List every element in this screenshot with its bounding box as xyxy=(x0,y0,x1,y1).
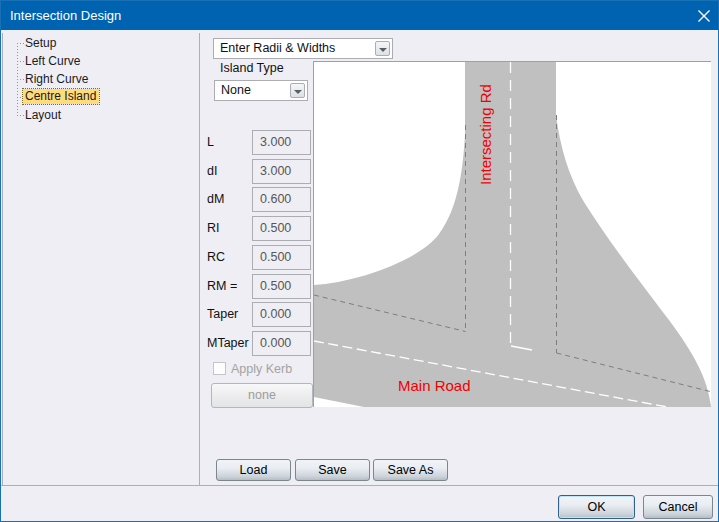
save-button[interactable]: Save xyxy=(295,459,370,481)
mode-dropdown[interactable]: Enter Radii & Widths xyxy=(213,38,393,59)
field-ri[interactable]: 0.500 xyxy=(252,216,311,241)
field-rc[interactable]: 0.500 xyxy=(252,245,311,270)
ok-button[interactable]: OK xyxy=(558,495,635,519)
chevron-down-icon xyxy=(379,48,387,52)
field-label-l: L xyxy=(207,130,214,155)
sidebar-item-layout[interactable]: Layout xyxy=(25,108,61,122)
chevron-down-icon xyxy=(294,90,302,94)
island-type-value: None xyxy=(221,81,251,100)
field-label-dm: dM xyxy=(207,187,224,212)
sidebar-item-right-curve[interactable]: Right Curve xyxy=(25,72,88,86)
sidebar-item-centre-island[interactable]: Centre Island xyxy=(23,89,99,104)
load-button[interactable]: Load xyxy=(216,459,291,481)
tree-connector-stub xyxy=(17,79,25,80)
dropdown-button[interactable] xyxy=(375,41,390,56)
intersection-design-dialog: Intersection Design Setup Left Curve Rig… xyxy=(0,0,719,522)
apply-kerb-label: Apply Kerb xyxy=(231,362,292,376)
intersecting-road-label: Intersecting Rd xyxy=(477,84,494,185)
field-label-rm: RM = xyxy=(207,274,237,299)
intersection-preview: Intersecting Rd Main Road xyxy=(313,61,711,407)
field-l[interactable]: 3.000 xyxy=(252,130,311,155)
road-diagram: Intersecting Rd Main Road xyxy=(314,62,711,407)
field-rm[interactable]: 0.500 xyxy=(252,274,311,299)
title-bar: Intersection Design xyxy=(1,1,718,30)
field-label-taper: Taper xyxy=(207,302,238,327)
field-rm-value: 0.500 xyxy=(260,275,291,298)
tree-connector-stub xyxy=(17,115,25,116)
field-mtaper-value: 0.000 xyxy=(260,332,291,355)
mode-dropdown-value: Enter Radii & Widths xyxy=(220,39,335,58)
field-taper[interactable]: 0.000 xyxy=(252,302,311,327)
close-icon xyxy=(696,8,712,24)
field-ri-value: 0.500 xyxy=(260,217,291,240)
kerb-style-button[interactable]: none xyxy=(211,383,313,408)
island-type-label: Island Type xyxy=(220,61,284,75)
field-mtaper[interactable]: 0.000 xyxy=(252,331,311,356)
field-dm-value: 0.600 xyxy=(260,188,291,211)
close-button[interactable] xyxy=(689,1,718,30)
field-l-value: 3.000 xyxy=(260,131,291,154)
field-label-mtaper: MTaper xyxy=(207,331,249,356)
island-type-dropdown[interactable]: None xyxy=(214,80,308,101)
footer-separator xyxy=(1,485,718,486)
sidebar-item-left-curve[interactable]: Left Curve xyxy=(25,54,80,68)
main-road-label: Main Road xyxy=(398,377,471,394)
field-rc-value: 0.500 xyxy=(260,246,291,269)
field-di[interactable]: 3.000 xyxy=(252,159,311,184)
sidebar-item-setup[interactable]: Setup xyxy=(25,36,56,50)
field-label-di: dI xyxy=(207,159,217,184)
tree-connector-stub xyxy=(17,61,25,62)
cancel-button[interactable]: Cancel xyxy=(643,495,713,519)
road-surface xyxy=(314,62,711,407)
dropdown-button[interactable] xyxy=(290,83,305,98)
field-label-rc: RC xyxy=(207,245,225,270)
field-di-value: 3.000 xyxy=(260,160,291,183)
field-label-ri: RI xyxy=(207,216,220,241)
apply-kerb-checkbox[interactable] xyxy=(213,362,226,375)
field-dm[interactable]: 0.600 xyxy=(252,187,311,212)
field-taper-value: 0.000 xyxy=(260,303,291,326)
window-title: Intersection Design xyxy=(10,8,121,23)
save-as-button[interactable]: Save As xyxy=(373,459,448,481)
tree-connector-stub xyxy=(17,43,25,44)
